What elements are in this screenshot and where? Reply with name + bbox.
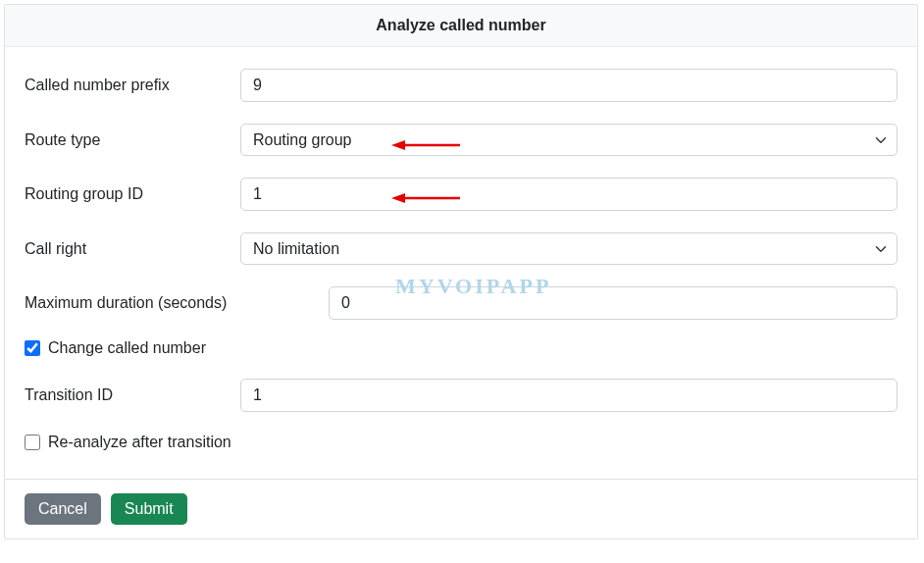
select-call-right[interactable]: No limitation bbox=[240, 232, 898, 265]
input-routing-group-id[interactable] bbox=[240, 178, 898, 211]
label-call-right: Call right bbox=[25, 240, 240, 258]
panel-footer: Cancel Submit bbox=[5, 479, 917, 538]
row-call-right: Call right No limitation bbox=[25, 232, 898, 265]
row-routing-group-id: Routing group ID bbox=[25, 178, 898, 211]
row-called-number-prefix: Called number prefix bbox=[25, 69, 898, 102]
row-maximum-duration: Maximum duration (seconds) bbox=[25, 286, 898, 320]
row-change-called-number: Change called number bbox=[25, 339, 898, 357]
checkbox-change-called-number[interactable] bbox=[25, 340, 40, 356]
label-routing-group-id: Routing group ID bbox=[25, 185, 240, 203]
label-maximum-duration: Maximum duration (seconds) bbox=[25, 294, 329, 312]
input-maximum-duration[interactable] bbox=[329, 286, 898, 320]
row-reanalyze-after-transition: Re-analyze after transition bbox=[25, 434, 898, 451]
checkbox-reanalyze-after-transition[interactable] bbox=[25, 435, 40, 450]
label-called-number-prefix: Called number prefix bbox=[25, 77, 240, 94]
label-change-called-number[interactable]: Change called number bbox=[48, 339, 206, 357]
panel-title: Analyze called number bbox=[5, 5, 917, 47]
input-transition-id[interactable] bbox=[240, 379, 898, 412]
label-reanalyze-after-transition[interactable]: Re-analyze after transition bbox=[48, 434, 231, 451]
row-route-type: Route type Routing group bbox=[25, 124, 898, 156]
select-route-type[interactable]: Routing group bbox=[240, 124, 898, 156]
row-transition-id: Transition ID bbox=[25, 379, 898, 412]
label-transition-id: Transition ID bbox=[25, 386, 240, 404]
input-called-number-prefix[interactable] bbox=[240, 69, 898, 102]
form-panel: Analyze called number Called number pref… bbox=[4, 4, 918, 539]
submit-button[interactable]: Submit bbox=[111, 493, 187, 525]
cancel-button[interactable]: Cancel bbox=[25, 493, 101, 525]
panel-body: Called number prefix Route type Routing … bbox=[5, 47, 917, 479]
label-route-type: Route type bbox=[25, 131, 240, 149]
